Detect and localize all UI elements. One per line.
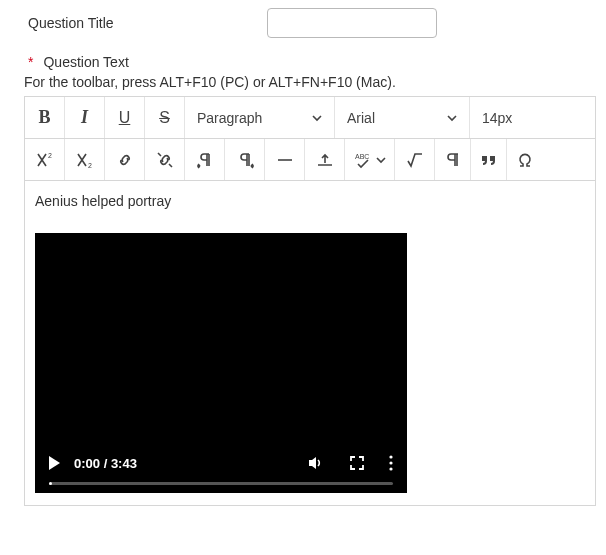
quote-icon bbox=[479, 151, 499, 169]
video-time: 0:00 / 3:43 bbox=[74, 456, 137, 471]
spellcheck-button[interactable]: ABC bbox=[345, 139, 395, 180]
chevron-down-icon bbox=[312, 113, 322, 123]
play-icon[interactable] bbox=[49, 456, 60, 470]
question-title-label: Question Title bbox=[28, 15, 168, 31]
font-family-value: Arial bbox=[347, 110, 375, 126]
pilcrow-icon bbox=[445, 151, 461, 169]
show-blocks-button[interactable] bbox=[435, 139, 471, 180]
subscript-button[interactable]: 2 bbox=[65, 139, 105, 180]
required-asterisk: * bbox=[28, 54, 33, 70]
horizontal-rule-icon bbox=[276, 151, 294, 169]
bold-button[interactable]: B bbox=[25, 97, 65, 138]
subscript-icon: 2 bbox=[75, 151, 95, 169]
toolbar-hint: For the toolbar, press ALT+F10 (PC) or A… bbox=[24, 74, 596, 90]
svg-text:ABC: ABC bbox=[355, 153, 369, 160]
math-button[interactable] bbox=[395, 139, 435, 180]
font-size-select[interactable]: 14px bbox=[470, 97, 560, 138]
svg-text:2: 2 bbox=[88, 162, 92, 169]
video-progress[interactable] bbox=[49, 482, 393, 485]
svg-point-3 bbox=[389, 455, 392, 458]
video-controls: 0:00 / 3:43 bbox=[35, 444, 407, 493]
remove-link-button[interactable] bbox=[145, 139, 185, 180]
insert-media-button[interactable] bbox=[305, 139, 345, 180]
content-text: Aenius helped portray bbox=[35, 193, 585, 209]
superscript-button[interactable]: 2 bbox=[25, 139, 65, 180]
ltr-button[interactable] bbox=[185, 139, 225, 180]
underline-button[interactable]: U bbox=[105, 97, 145, 138]
special-char-button[interactable] bbox=[507, 139, 543, 180]
svg-text:2: 2 bbox=[48, 152, 52, 159]
unlink-icon bbox=[156, 151, 174, 169]
svg-point-5 bbox=[389, 467, 392, 470]
square-root-icon bbox=[406, 151, 424, 169]
insert-link-button[interactable] bbox=[105, 139, 145, 180]
font-size-value: 14px bbox=[482, 110, 512, 126]
spellcheck-icon: ABC bbox=[353, 151, 373, 169]
video-duration: 3:43 bbox=[111, 456, 137, 471]
editor-content[interactable]: Aenius helped portray 0:00 / 3:43 bbox=[25, 181, 595, 505]
strike-button[interactable]: S bbox=[145, 97, 185, 138]
omega-icon bbox=[516, 151, 534, 169]
rich-text-editor: B I U S Paragraph Arial 14px 2 2 bbox=[24, 96, 596, 506]
link-icon bbox=[116, 151, 134, 169]
ltr-icon bbox=[196, 151, 214, 169]
more-icon[interactable] bbox=[389, 455, 393, 471]
svg-point-4 bbox=[389, 461, 392, 464]
rtl-button[interactable] bbox=[225, 139, 265, 180]
chevron-down-icon bbox=[447, 113, 457, 123]
chevron-down-icon bbox=[376, 155, 386, 165]
toolbar-row-2: 2 2 ABC bbox=[25, 139, 595, 181]
horizontal-rule-button[interactable] bbox=[265, 139, 305, 180]
toolbar-row-1: B I U S Paragraph Arial 14px bbox=[25, 97, 595, 139]
embedded-video[interactable]: 0:00 / 3:43 bbox=[35, 233, 407, 493]
question-title-input[interactable] bbox=[267, 8, 437, 38]
block-format-value: Paragraph bbox=[197, 110, 262, 126]
italic-button[interactable]: I bbox=[65, 97, 105, 138]
superscript-icon: 2 bbox=[35, 151, 55, 169]
video-current-time: 0:00 bbox=[74, 456, 100, 471]
insert-media-icon bbox=[316, 151, 334, 169]
block-format-select[interactable]: Paragraph bbox=[185, 97, 335, 138]
fullscreen-icon[interactable] bbox=[349, 455, 365, 471]
question-text-label: Question Text bbox=[43, 54, 128, 70]
font-family-select[interactable]: Arial bbox=[335, 97, 470, 138]
blockquote-button[interactable] bbox=[471, 139, 507, 180]
rtl-icon bbox=[236, 151, 254, 169]
volume-icon[interactable] bbox=[307, 454, 325, 472]
